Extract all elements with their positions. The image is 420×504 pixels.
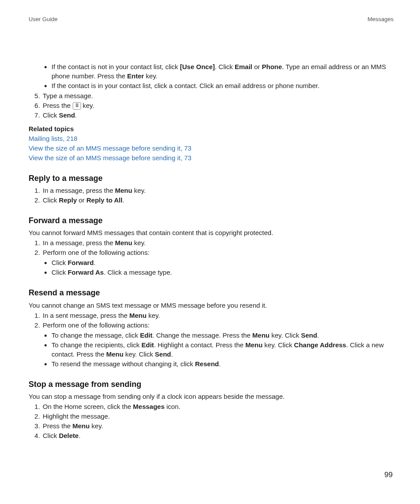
list-item: In a message, press the Menu key. — [42, 238, 394, 247]
text: . — [122, 196, 124, 204]
forward-note: You cannot forward MMS messages that con… — [29, 228, 394, 237]
text: Press the — [43, 102, 73, 109]
related-link[interactable]: View the size of an MMS message before s… — [29, 153, 394, 162]
stop-note: You can stop a message from sending only… — [29, 392, 394, 401]
bold-text: Email — [235, 63, 252, 70]
bold-text: Edit — [141, 341, 154, 349]
bold-text: Menu — [252, 331, 269, 339]
bold-text: Delete — [59, 432, 79, 439]
section-heading-reply: Reply to a message — [29, 173, 394, 184]
page-header: User Guide Messages — [29, 16, 394, 22]
text: Perform one of the following actions: — [43, 321, 150, 329]
text: To change the recipients, click — [52, 341, 141, 349]
list-item: Click Send. — [42, 110, 394, 120]
bold-text: Menu — [106, 350, 123, 358]
bold-text: Menu — [115, 239, 132, 246]
bold-text: Enter — [127, 72, 144, 80]
forward-steps: In a message, press the Menu key. Perfor… — [29, 238, 394, 257]
list-item: Click Reply or Reply to All. — [42, 195, 394, 205]
bold-text: Forward — [68, 259, 94, 266]
menu-key-icon: ⠿ — [73, 102, 81, 110]
list-item: To change the message, click Edit. Chang… — [52, 331, 394, 340]
text: . Click a message type. — [104, 269, 172, 276]
text: In a sent message, press the — [43, 312, 129, 319]
text: Highlight the message. — [43, 412, 110, 420]
list-item: Perform one of the following actions: — [42, 320, 394, 330]
intro-numbered-list: Type a message. Press the ⠿ key. Click S… — [29, 91, 394, 120]
text: To change the message, click — [52, 331, 140, 339]
related-link[interactable]: Mailing lists, 218 — [29, 134, 394, 143]
resend-steps: In a sent message, press the Menu key. P… — [29, 311, 394, 330]
section-heading-stop: Stop a message from sending — [29, 379, 394, 390]
stop-steps: On the Home screen, click the Messages i… — [29, 402, 394, 440]
page-content: If the contact is not in your contact li… — [29, 62, 394, 440]
list-item: If the contact is not in your contact li… — [52, 62, 394, 81]
text: . — [219, 360, 221, 368]
text: . — [79, 432, 81, 439]
document-page: User Guide Messages If the contact is no… — [0, 0, 420, 504]
text: key. — [132, 187, 146, 194]
text: . — [75, 111, 77, 119]
text: If the contact is in your contact list, … — [52, 82, 320, 89]
list-item: Click Forward As. Click a message type. — [52, 268, 394, 277]
bold-text: Messages — [133, 403, 165, 410]
related-link[interactable]: View the size of an MMS message before s… — [29, 143, 394, 153]
text: . — [94, 259, 96, 266]
list-item: In a message, press the Menu key. — [42, 186, 394, 195]
text: key. — [132, 239, 146, 246]
bold-text: Send — [301, 331, 317, 339]
text: key. Click — [123, 350, 155, 358]
list-item: To change the recipients, click Edit. Hi… — [52, 340, 394, 359]
text: or — [77, 196, 87, 204]
text: In a message, press the — [43, 187, 115, 194]
intro-bullet-list: If the contact is not in your contact li… — [29, 62, 394, 90]
text: . Change the message. Press the — [152, 331, 252, 339]
bold-text: Menu — [129, 312, 147, 319]
list-item: Type a message. — [42, 91, 394, 100]
text: or — [252, 63, 262, 70]
bold-text: Menu — [245, 341, 262, 349]
list-item: Click Forward. — [52, 258, 394, 267]
text: key. — [81, 102, 95, 109]
header-right: Messages — [368, 16, 394, 22]
resend-sub-list: To change the message, click Edit. Chang… — [29, 331, 394, 368]
bold-text: Change Address — [294, 341, 346, 349]
header-left: User Guide — [29, 16, 58, 22]
bold-text: Reply — [59, 196, 77, 204]
text: Perform one of the following actions: — [43, 249, 150, 256]
text: . Highlight a contact. Press the — [154, 341, 246, 349]
list-item: To resend the message without changing i… — [52, 359, 394, 368]
text: key. Click — [262, 341, 294, 349]
text: . Click — [215, 63, 235, 70]
list-item: Perform one of the following actions: — [42, 248, 394, 257]
bold-text: Menu — [73, 422, 90, 430]
text: If the contact is not in your contact li… — [52, 63, 180, 70]
text: key. — [147, 312, 160, 319]
text: icon. — [165, 403, 181, 410]
text: . — [171, 350, 173, 358]
list-item: Press the Menu key. — [42, 421, 394, 430]
reply-steps: In a message, press the Menu key. Click … — [29, 186, 394, 205]
text: Click — [43, 111, 59, 119]
resend-note: You cannot change an SMS text message or… — [29, 301, 394, 310]
forward-sub-list: Click Forward. Click Forward As. Click a… — [29, 258, 394, 277]
text: . — [317, 331, 319, 339]
list-item: Highlight the message. — [42, 412, 394, 421]
list-item: If the contact is in your contact list, … — [52, 81, 394, 90]
text: Click — [52, 269, 68, 276]
bold-text: Resend — [195, 360, 219, 368]
bold-text: Reply to All — [86, 196, 122, 204]
page-number: 99 — [384, 471, 393, 479]
text: key. — [144, 72, 158, 80]
list-item: In a sent message, press the Menu key. — [42, 311, 394, 320]
list-item: Press the ⠿ key. — [42, 101, 394, 110]
list-item: On the Home screen, click the Messages i… — [42, 402, 394, 411]
section-heading-forward: Forward a message — [29, 215, 394, 226]
text: Press the — [43, 422, 73, 430]
section-heading-resend: Resend a message — [29, 287, 394, 298]
text: To resend the message without changing i… — [52, 360, 195, 368]
bold-text: Forward As — [68, 269, 104, 276]
bold-text: Menu — [115, 187, 132, 194]
related-topics-label: Related topics — [29, 124, 394, 133]
text: In a message, press the — [43, 239, 115, 246]
